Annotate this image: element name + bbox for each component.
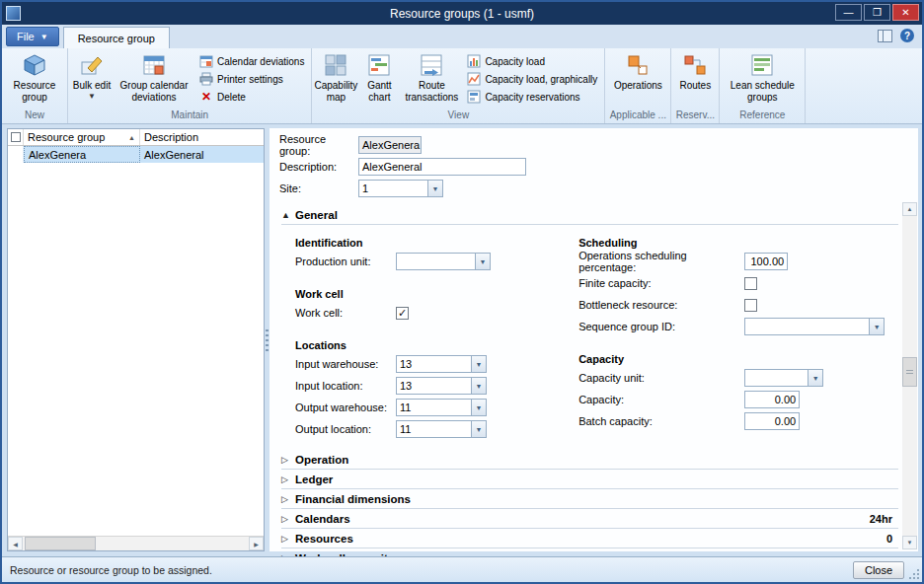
work-cell-checkbox[interactable]: ✓ [396,307,409,320]
section-header-financial-dimensions[interactable]: ▷ Financial dimensions [281,489,898,509]
cell-resource-group[interactable]: AlexGenera [24,146,140,163]
production-unit-select[interactable]: ▼ [396,253,491,270]
status-bar: Resource or resource group to be assigne… [2,556,922,582]
expand-icon: ▷ [281,474,295,484]
group-label-maintain: Maintain [70,110,309,123]
group-label-view: View [314,110,602,123]
lean-schedule-groups-button[interactable]: Lean schedule groups [722,49,803,107]
batch-capacity-label: Batch capacity: [578,415,744,427]
output-warehouse-select[interactable]: 11 ▼ [396,399,487,416]
capacity-reservations-icon [467,90,481,104]
dropdown-arrow-icon[interactable]: ▼ [808,370,822,386]
delete-button[interactable]: ✕ Delete [194,88,309,106]
expand-icon: ▷ [281,494,295,504]
capacity-header: Capacity [578,345,898,365]
column-header-description[interactable]: Description [140,129,264,145]
capacity-load-graphically-icon [467,72,481,86]
site-select[interactable]: 1 ▼ [358,180,443,197]
capacity-input[interactable]: 0.00 [744,391,800,408]
column-header-resource-group[interactable]: Resource group ▲ [24,129,140,145]
section-header-operation[interactable]: ▷ Operation [281,450,898,470]
dropdown-arrow-icon[interactable]: ▼ [471,400,486,415]
close-button[interactable]: Close [853,561,904,579]
bottleneck-resource-checkbox[interactable] [744,299,757,312]
dropdown-arrow-icon[interactable]: ▼ [471,356,486,372]
form-vertical-scrollbar[interactable]: ▲ ▼ [902,202,917,549]
general-section-body: Identification Production unit: ▼ Work c… [281,225,898,450]
input-location-label: Input location: [295,380,396,392]
maximize-restore-button[interactable]: ❐ [864,4,890,21]
scroll-down-icon[interactable]: ▼ [902,536,917,549]
group-calendar-deviations-button[interactable]: Group calendar deviations [114,49,194,107]
collapse-icon: ▲ [281,210,295,220]
input-warehouse-label: Input warehouse: [295,358,396,370]
calendar-deviations-button[interactable]: Calendar deviations [194,52,309,70]
capability-map-button[interactable]: Capability map [314,49,357,107]
work-cell-header: Work cell [295,280,578,300]
help-icon[interactable]: ? [900,29,914,42]
section-header-resources[interactable]: ▷ Resources 0 [281,529,898,548]
gantt-chart-button[interactable]: Gantt chart [357,49,401,107]
calendar-deviations-icon [199,54,213,68]
section-header-general[interactable]: ▲ General [281,205,898,225]
finite-capacity-checkbox[interactable] [744,277,757,290]
scrollbar-track[interactable] [902,216,917,536]
input-location-select[interactable]: 13 ▼ [396,377,487,395]
capacity-reservations-button[interactable]: Capacity reservations [462,88,602,106]
window-layout-icon[interactable] [878,30,892,42]
select-all-checkbox[interactable] [8,129,24,145]
resource-groups-window: Resource groups (1 - usmf) — ❐ ✕ File ▼ … [0,0,924,584]
printer-settings-button[interactable]: Printer settings [194,70,309,88]
scroll-up-icon[interactable]: ▲ [902,202,917,216]
resource-group-field[interactable]: AlexGenera [358,136,422,154]
grid-horizontal-scrollbar[interactable]: ◀ ▶ [8,536,264,550]
scroll-left-icon[interactable]: ◀ [8,537,23,550]
chevron-down-icon: ▼ [40,33,48,41]
capacity-unit-select[interactable]: ▼ [744,369,823,387]
cell-description[interactable]: AlexGeneral [140,146,264,163]
scrollbar-thumb[interactable] [25,537,96,550]
bulk-edit-button[interactable]: Bulk edit ▼ [70,49,114,107]
table-row[interactable]: AlexGenera AlexGeneral [8,146,264,163]
scroll-right-icon[interactable]: ▶ [249,537,264,550]
dropdown-arrow-icon[interactable]: ▼ [471,378,486,394]
dropdown-arrow-icon[interactable]: ▼ [475,254,490,269]
tab-resource-group[interactable]: Resource group [63,27,170,48]
operations-button[interactable]: Operations [607,49,668,107]
routes-icon [682,52,708,78]
status-text: Resource or resource group to be assigne… [10,564,212,576]
file-menu-button[interactable]: File ▼ [6,27,59,46]
input-warehouse-select[interactable]: 13 ▼ [396,355,487,373]
section-header-ledger[interactable]: ▷ Ledger [281,470,898,489]
file-menu-label: File [17,31,35,42]
scrollbar-thumb[interactable] [902,357,917,387]
scrollbar-track[interactable] [96,537,249,550]
close-icon: ✕ [901,7,909,18]
batch-capacity-input[interactable]: 0.00 [744,412,800,430]
close-window-button[interactable]: ✕ [892,4,919,21]
dropdown-arrow-icon[interactable]: ▼ [427,181,442,196]
ribbon-group-applicable: Operations Applicable ... [605,48,671,123]
minimize-button[interactable]: — [835,4,862,21]
checkbox-icon [11,132,21,142]
description-field[interactable]: AlexGeneral [358,158,526,176]
printer-icon [199,72,213,86]
group-label-reference: Reference [722,110,803,123]
new-resource-group-button[interactable]: Resource group [4,49,65,107]
capacity-load-graphically-button[interactable]: Capacity load, graphically [462,70,602,88]
operations-scheduling-percentage-input[interactable]: 100.00 [744,253,788,270]
route-transactions-button[interactable]: Route transactions [401,49,462,107]
dropdown-arrow-icon[interactable]: ▼ [471,421,486,437]
capacity-load-button[interactable]: Capacity load [462,52,602,70]
dropdown-arrow-icon[interactable]: ▼ [869,319,884,334]
row-checkbox-cell[interactable] [8,146,24,163]
output-location-select[interactable]: 11 ▼ [396,420,487,438]
ribbon: Resource group New Bulk edit ▼ Gr [2,48,922,124]
sequence-group-id-select[interactable]: ▼ [744,318,885,335]
routes-button[interactable]: Routes [673,49,717,107]
group-calendar-icon [141,52,167,78]
section-header-calendars[interactable]: ▷ Calendars 24hr [281,509,898,529]
group-label-applicable: Applicable ... [607,110,668,123]
resize-grip[interactable] [908,568,920,580]
chevron-down-icon: ▼ [88,92,96,101]
